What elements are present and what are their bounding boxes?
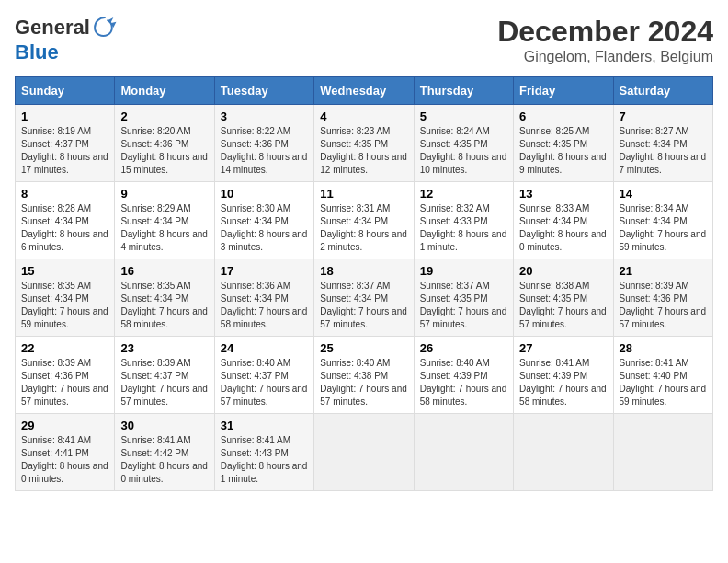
logo: General Blue xyxy=(15,15,118,64)
day-info: Sunrise: 8:40 AM Sunset: 4:39 PM Dayligh… xyxy=(420,357,507,408)
day-number: 22 xyxy=(21,341,108,355)
calendar-cell: 16 Sunrise: 8:35 AM Sunset: 4:34 PM Dayl… xyxy=(115,259,214,337)
day-number: 26 xyxy=(420,341,507,355)
day-number: 24 xyxy=(221,341,308,355)
logo-blue: Blue xyxy=(15,40,59,64)
day-info: Sunrise: 8:24 AM Sunset: 4:35 PM Dayligh… xyxy=(420,125,507,177)
day-number: 31 xyxy=(221,419,308,432)
calendar-cell: 18 Sunrise: 8:37 AM Sunset: 4:34 PM Dayl… xyxy=(314,259,414,337)
day-number: 9 xyxy=(120,187,208,201)
calendar-header-row: SundayMondayTuesdayWednesdayThursdayFrid… xyxy=(16,77,713,105)
day-number: 8 xyxy=(21,187,108,201)
calendar-cell: 17 Sunrise: 8:36 AM Sunset: 4:34 PM Dayl… xyxy=(214,259,313,337)
day-number: 13 xyxy=(519,187,607,201)
day-info: Sunrise: 8:29 AM Sunset: 4:34 PM Dayligh… xyxy=(120,202,208,254)
location: Gingelom, Flanders, Belgium xyxy=(497,49,713,65)
day-info: Sunrise: 8:37 AM Sunset: 4:35 PM Dayligh… xyxy=(420,280,507,331)
day-number: 5 xyxy=(420,109,507,123)
day-info: Sunrise: 8:25 AM Sunset: 4:35 PM Dayligh… xyxy=(519,125,607,177)
calendar-cell: 31 Sunrise: 8:41 AM Sunset: 4:43 PM Dayl… xyxy=(214,414,313,491)
calendar-week-2: 8 Sunrise: 8:28 AM Sunset: 4:34 PM Dayli… xyxy=(16,182,713,259)
day-info: Sunrise: 8:39 AM Sunset: 4:36 PM Dayligh… xyxy=(620,280,707,331)
day-info: Sunrise: 8:41 AM Sunset: 4:41 PM Dayligh… xyxy=(21,434,108,486)
column-header-monday: Monday xyxy=(115,77,214,105)
column-header-wednesday: Wednesday xyxy=(314,77,414,105)
calendar-cell: 28 Sunrise: 8:41 AM Sunset: 4:40 PM Dayl… xyxy=(613,337,712,414)
calendar-cell: 25 Sunrise: 8:40 AM Sunset: 4:38 PM Dayl… xyxy=(314,337,414,414)
day-info: Sunrise: 8:35 AM Sunset: 4:34 PM Dayligh… xyxy=(120,280,208,331)
calendar-cell: 15 Sunrise: 8:35 AM Sunset: 4:34 PM Dayl… xyxy=(16,259,115,337)
day-info: Sunrise: 8:22 AM Sunset: 4:36 PM Dayligh… xyxy=(221,125,308,177)
calendar-cell: 12 Sunrise: 8:32 AM Sunset: 4:33 PM Dayl… xyxy=(414,182,513,259)
day-number: 27 xyxy=(519,341,607,355)
calendar-cell xyxy=(514,414,613,491)
day-number: 17 xyxy=(221,264,308,278)
day-info: Sunrise: 8:20 AM Sunset: 4:36 PM Dayligh… xyxy=(120,125,208,177)
column-header-saturday: Saturday xyxy=(613,77,712,105)
day-info: Sunrise: 8:31 AM Sunset: 4:34 PM Dayligh… xyxy=(320,202,407,254)
day-info: Sunrise: 8:38 AM Sunset: 4:35 PM Dayligh… xyxy=(519,280,607,331)
day-info: Sunrise: 8:41 AM Sunset: 4:43 PM Dayligh… xyxy=(221,434,308,486)
calendar-cell: 14 Sunrise: 8:34 AM Sunset: 4:34 PM Dayl… xyxy=(613,182,712,259)
calendar-cell: 11 Sunrise: 8:31 AM Sunset: 4:34 PM Dayl… xyxy=(314,182,414,259)
calendar-week-4: 22 Sunrise: 8:39 AM Sunset: 4:36 PM Dayl… xyxy=(16,337,713,414)
column-header-tuesday: Tuesday xyxy=(214,77,313,105)
calendar-cell: 26 Sunrise: 8:40 AM Sunset: 4:39 PM Dayl… xyxy=(414,337,513,414)
calendar-cell xyxy=(414,414,513,491)
calendar-cell: 6 Sunrise: 8:25 AM Sunset: 4:35 PM Dayli… xyxy=(514,105,613,182)
day-number: 16 xyxy=(120,264,208,278)
calendar-cell: 22 Sunrise: 8:39 AM Sunset: 4:36 PM Dayl… xyxy=(16,337,115,414)
calendar-cell: 10 Sunrise: 8:30 AM Sunset: 4:34 PM Dayl… xyxy=(214,182,313,259)
day-info: Sunrise: 8:40 AM Sunset: 4:38 PM Dayligh… xyxy=(320,357,407,408)
day-info: Sunrise: 8:37 AM Sunset: 4:34 PM Dayligh… xyxy=(320,280,407,331)
calendar-cell: 19 Sunrise: 8:37 AM Sunset: 4:35 PM Dayl… xyxy=(414,259,513,337)
calendar-cell xyxy=(613,414,712,491)
calendar-cell: 3 Sunrise: 8:22 AM Sunset: 4:36 PM Dayli… xyxy=(214,105,313,182)
calendar-cell: 8 Sunrise: 8:28 AM Sunset: 4:34 PM Dayli… xyxy=(16,182,115,259)
day-info: Sunrise: 8:23 AM Sunset: 4:35 PM Dayligh… xyxy=(320,125,407,177)
calendar-cell: 27 Sunrise: 8:41 AM Sunset: 4:39 PM Dayl… xyxy=(514,337,613,414)
day-number: 7 xyxy=(620,109,707,123)
day-info: Sunrise: 8:33 AM Sunset: 4:34 PM Dayligh… xyxy=(519,202,607,254)
day-number: 14 xyxy=(620,187,707,201)
day-number: 1 xyxy=(21,109,108,123)
day-number: 2 xyxy=(120,109,208,123)
day-number: 28 xyxy=(620,341,707,355)
day-number: 3 xyxy=(221,109,308,123)
day-number: 21 xyxy=(620,264,707,278)
day-info: Sunrise: 8:39 AM Sunset: 4:36 PM Dayligh… xyxy=(21,357,108,408)
calendar-cell: 5 Sunrise: 8:24 AM Sunset: 4:35 PM Dayli… xyxy=(414,105,513,182)
calendar-cell: 20 Sunrise: 8:38 AM Sunset: 4:35 PM Dayl… xyxy=(514,259,613,337)
calendar-cell: 13 Sunrise: 8:33 AM Sunset: 4:34 PM Dayl… xyxy=(514,182,613,259)
calendar-cell: 29 Sunrise: 8:41 AM Sunset: 4:41 PM Dayl… xyxy=(16,414,115,491)
day-info: Sunrise: 8:30 AM Sunset: 4:34 PM Dayligh… xyxy=(221,202,308,254)
day-number: 11 xyxy=(320,187,407,201)
calendar-cell: 9 Sunrise: 8:29 AM Sunset: 4:34 PM Dayli… xyxy=(115,182,214,259)
calendar-cell: 24 Sunrise: 8:40 AM Sunset: 4:37 PM Dayl… xyxy=(214,337,313,414)
calendar-cell: 7 Sunrise: 8:27 AM Sunset: 4:34 PM Dayli… xyxy=(613,105,712,182)
day-number: 23 xyxy=(120,341,208,355)
column-header-sunday: Sunday xyxy=(16,77,115,105)
logo-bird-icon xyxy=(92,15,118,40)
calendar-cell xyxy=(314,414,414,491)
calendar-cell: 23 Sunrise: 8:39 AM Sunset: 4:37 PM Dayl… xyxy=(115,337,214,414)
month-title: December 2024 xyxy=(497,15,713,49)
day-info: Sunrise: 8:19 AM Sunset: 4:37 PM Dayligh… xyxy=(21,125,108,177)
column-header-friday: Friday xyxy=(514,77,613,105)
calendar-cell: 2 Sunrise: 8:20 AM Sunset: 4:36 PM Dayli… xyxy=(115,105,214,182)
calendar-table: SundayMondayTuesdayWednesdayThursdayFrid… xyxy=(15,76,713,491)
day-number: 29 xyxy=(21,419,108,432)
day-info: Sunrise: 8:41 AM Sunset: 4:40 PM Dayligh… xyxy=(620,357,707,408)
calendar-week-1: 1 Sunrise: 8:19 AM Sunset: 4:37 PM Dayli… xyxy=(16,105,713,182)
day-number: 18 xyxy=(320,264,407,278)
day-number: 20 xyxy=(519,264,607,278)
day-number: 19 xyxy=(420,264,507,278)
calendar-cell: 21 Sunrise: 8:39 AM Sunset: 4:36 PM Dayl… xyxy=(613,259,712,337)
day-info: Sunrise: 8:39 AM Sunset: 4:37 PM Dayligh… xyxy=(120,357,208,408)
day-number: 4 xyxy=(320,109,407,123)
day-number: 30 xyxy=(120,419,208,432)
day-number: 15 xyxy=(21,264,108,278)
day-info: Sunrise: 8:34 AM Sunset: 4:34 PM Dayligh… xyxy=(620,202,707,254)
title-block: December 2024 Gingelom, Flanders, Belgiu… xyxy=(497,15,713,65)
calendar-week-5: 29 Sunrise: 8:41 AM Sunset: 4:41 PM Dayl… xyxy=(16,414,713,491)
